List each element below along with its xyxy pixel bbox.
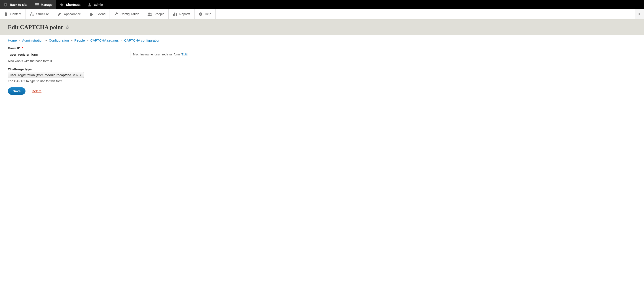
menu-reports[interactable]: Reports [168,9,194,19]
delete-link[interactable]: Delete [32,89,41,93]
user-icon [88,3,92,7]
back-to-site-link[interactable]: Back to site [0,0,31,9]
favorite-toggle-icon[interactable] [65,25,70,29]
svg-text:?: ? [200,13,201,15]
svg-rect-13 [176,13,177,16]
form-region: Form ID * Machine name: user_register_fo… [0,46,644,101]
svg-rect-8 [58,15,59,16]
menu-extend-label: Extend [96,12,106,16]
breadcrumb-captcha-configuration[interactable]: CAPTCHA configuration [124,38,160,42]
svg-rect-16 [638,13,638,15]
menu-people[interactable]: People [143,9,168,19]
breadcrumb-separator: » [71,38,72,42]
challenge-type-label: Challenge type [8,67,636,71]
menu-configuration-label: Configuration [120,12,139,16]
svg-rect-5 [31,12,32,13]
structure-icon [30,12,34,16]
shortcuts-label: Shortcuts [66,3,80,6]
machine-name-value: user_register_form [154,53,180,56]
menu-content[interactable]: Content [0,9,26,19]
form-id-input[interactable] [8,51,131,58]
form-id-item: Form ID * Machine name: user_register_fo… [8,46,636,63]
toolbar-orientation-toggle[interactable] [635,9,644,19]
document-icon [4,12,8,16]
menu-appearance-label: Appearance [64,12,81,16]
challenge-type-value: user_registration (from module recaptcha… [10,73,78,77]
svg-point-0 [4,3,8,6]
page-title: Edit CAPTCHA point [8,24,70,31]
menu-help-label: Help [205,12,211,16]
svg-rect-7 [32,15,34,16]
breadcrumb-separator: » [45,38,47,42]
manage-label: Manage [41,3,52,6]
required-indicator: * [22,46,23,50]
bar-chart-icon [173,12,177,16]
breadcrumb-separator: » [120,38,122,42]
breadcrumb-captcha-settings[interactable]: CAPTCHA settings [90,38,119,42]
menu-structure[interactable]: Structure [26,9,53,19]
breadcrumb-administration[interactable]: Administration [22,38,44,42]
svg-rect-11 [173,14,174,16]
challenge-type-description: The CAPTCHA type to use for this form. [8,79,636,83]
svg-point-4 [89,3,90,5]
machine-name-label: Machine name: [133,53,154,56]
breadcrumb-configuration[interactable]: Configuration [49,38,69,42]
menu-extend[interactable]: Extend [85,9,110,19]
challenge-type-item: Challenge type user_registration (from m… [8,67,636,83]
menu-content-label: Content [10,12,21,16]
page-title-region: Edit CAPTCHA point [0,19,644,35]
chevron-down-icon: ▼ [80,74,82,76]
menu-help[interactable]: ? Help [194,9,216,19]
menu-configuration[interactable]: Configuration [110,9,143,19]
breadcrumb-home[interactable]: Home [8,38,17,42]
menu-icon [35,3,39,6]
user-label: admin [94,3,103,6]
manage-tab[interactable]: Manage [31,0,56,9]
menu-appearance[interactable]: Appearance [53,9,85,19]
breadcrumb-separator: » [86,38,88,42]
help-icon: ? [198,12,202,16]
menu-reports-label: Reports [179,12,190,16]
machine-name-edit-link[interactable]: Edit [182,53,187,56]
machine-name-edit-wrap: [Edit] [181,53,188,56]
breadcrumb-separator: » [18,38,20,42]
svg-rect-12 [174,12,175,16]
user-tab[interactable]: admin [84,0,107,9]
toolbar-top: Back to site Manage Shortcuts admin [0,0,644,9]
star-icon [60,3,64,7]
svg-point-9 [148,12,150,14]
back-to-site-label: Back to site [10,3,28,6]
shortcuts-tab[interactable]: Shortcuts [56,0,84,9]
people-icon [147,12,152,16]
menu-people-label: People [154,12,164,16]
wrench-icon [114,12,118,16]
svg-rect-2 [35,4,39,5]
svg-rect-1 [35,3,39,4]
form-id-description: Also works with the base form ID. [8,59,636,63]
breadcrumb-people[interactable]: People [74,38,85,42]
svg-point-10 [150,13,152,14]
admin-menu: Content Structure Appearance Extend Conf… [0,9,644,19]
breadcrumb: Home » Administration » Configuration » … [0,35,644,46]
svg-rect-3 [35,5,39,6]
chevron-left-icon [4,3,8,7]
arrow-left-icon [638,12,642,16]
page-title-text: Edit CAPTCHA point [8,24,63,31]
save-button[interactable]: Save [8,87,26,95]
menu-structure-label: Structure [36,12,49,16]
puzzle-icon [89,12,94,16]
form-id-label: Form ID * [8,46,636,50]
paintbrush-icon [57,12,62,16]
svg-rect-6 [30,15,31,16]
form-actions: Save Delete [8,87,636,95]
machine-name-display: Machine name: user_register_form [Edit] [133,53,188,56]
challenge-type-select[interactable]: user_registration (from module recaptcha… [8,72,84,78]
form-id-label-text: Form ID [8,46,20,50]
